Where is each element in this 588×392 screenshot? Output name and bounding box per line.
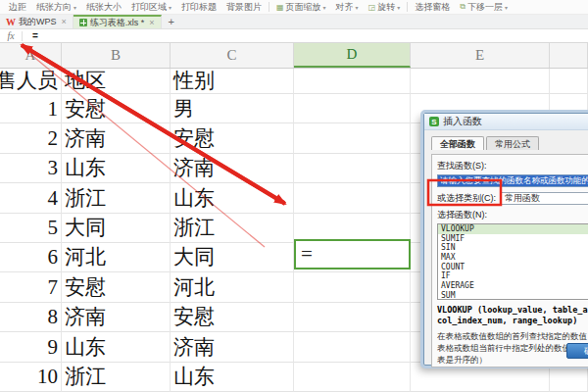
sheet-cell[interactable]: 7 — [0, 272, 62, 302]
toolbar-icon: ◲ — [368, 3, 376, 12]
tab-common-formulas[interactable]: 常用公式 — [486, 136, 539, 150]
sheet-cell[interactable]: 1 — [0, 94, 62, 123]
sheet-cell[interactable]: 地区 — [62, 69, 171, 94]
sheet-cell[interactable]: 河北 — [62, 243, 171, 272]
column-header-A[interactable]: A — [0, 43, 62, 68]
ok-button[interactable]: 确定 — [566, 343, 588, 359]
function-item-average[interactable]: AVERAGE — [438, 281, 588, 291]
fx-icon[interactable]: fx — [0, 30, 22, 41]
tab-my-wps[interactable]: W 我的WPS × — [0, 15, 74, 28]
sheet-cell[interactable]: 山东 — [171, 363, 294, 392]
tab-all-functions[interactable]: 全部函数 — [431, 136, 484, 150]
sheet-cell[interactable]: 销售人员 — [0, 69, 62, 94]
toolbar-item-label: 边距 — [9, 1, 26, 14]
toolbar-item[interactable]: 打印区域▾ — [126, 0, 176, 15]
sheet-cell[interactable] — [294, 94, 411, 123]
sheet-cell[interactable]: 大同 — [171, 243, 294, 272]
select-function-label: 选择函数(N): — [437, 209, 588, 221]
column-header-D[interactable]: D — [294, 43, 411, 68]
sheet-cell[interactable]: 4 — [0, 183, 62, 213]
sheet-cell[interactable]: 2 — [0, 123, 62, 153]
toolbar-item[interactable]: 纸张大小 — [81, 0, 126, 15]
close-icon[interactable]: × — [62, 17, 67, 26]
sheet-cell[interactable]: 安慰 — [62, 272, 171, 302]
sheet-cell[interactable] — [411, 69, 550, 94]
sheet-cell[interactable]: 浙江 — [62, 183, 171, 213]
function-item-vlookup[interactable]: VLOOKUP — [438, 224, 588, 234]
sheet-cell[interactable]: 山东 — [62, 332, 171, 362]
sheet-cell[interactable]: 济南 — [62, 303, 171, 332]
dialog-titlebar[interactable]: S 插入函数 — [424, 114, 588, 130]
toolbar-item-label: 旋转 — [377, 1, 395, 14]
active-cell-value: = — [301, 242, 313, 267]
sheet-cell[interactable]: 3 — [0, 154, 62, 183]
sheet-cell[interactable] — [294, 69, 411, 94]
sheet-cell[interactable]: 山东 — [62, 154, 171, 183]
toolbar-item[interactable]: 对齐▾ — [331, 0, 364, 15]
column-headers: ABCDE — [0, 43, 588, 69]
sheet-cell[interactable]: 安慰 — [171, 303, 294, 332]
column-header-B[interactable]: B — [62, 43, 171, 68]
sheet-cell[interactable]: 性别 — [171, 69, 294, 94]
category-dropdown[interactable]: 常用函数 ▼ — [501, 192, 588, 205]
close-icon[interactable]: × — [149, 18, 154, 27]
sheet-cell[interactable]: 男 — [171, 94, 294, 123]
dialog-panel: 查找函数(S): 请输入您要查找的函数名称或函数功能的简要描述... 或选择类别… — [431, 154, 588, 368]
toolbar-item[interactable]: 纸张方向▾ — [31, 0, 81, 15]
function-item-if[interactable]: IF — [438, 271, 588, 281]
sheet-cell[interactable]: 安慰 — [171, 123, 294, 153]
active-cell-d5[interactable]: = — [294, 239, 411, 270]
sheet-cell[interactable] — [294, 363, 411, 392]
toolbar-item[interactable]: ▦页面缩放▾ — [271, 0, 331, 15]
sheet-cell[interactable]: 大同 — [62, 214, 171, 243]
sheet-cell[interactable] — [294, 272, 411, 302]
new-tab-button[interactable]: + — [162, 15, 181, 28]
toolbar-item-label: 下移一层 — [467, 1, 503, 14]
sheet-cell[interactable]: 山东 — [171, 183, 294, 213]
sheet-cell[interactable]: 浙江 — [171, 214, 294, 243]
toolbar-icon: ⧉ — [460, 2, 466, 12]
sheet-cell[interactable] — [294, 183, 411, 213]
tab-document[interactable]: 练习表格.xls * × — [74, 15, 162, 28]
toolbar-item[interactable]: ◲旋转▾ — [364, 0, 406, 15]
sheet-cell[interactable]: 济南 — [171, 332, 294, 362]
function-list: VLOOKUPSUMIFSINMAXCOUNTIFAVERAGESUM — [437, 223, 588, 300]
sheet-cell[interactable]: 济南 — [62, 123, 171, 153]
toolbar-item[interactable]: 选择窗格 — [410, 0, 455, 15]
tab-document-label: 练习表格.xls * — [90, 17, 145, 29]
function-item-sum[interactable]: SUM — [438, 291, 588, 300]
function-item-sin[interactable]: SIN — [438, 243, 588, 253]
function-item-sumif[interactable]: SUMIF — [438, 234, 588, 244]
dialog-tabs: 全部函数 常用公式 — [431, 136, 588, 150]
function-item-max[interactable]: MAX — [438, 253, 588, 263]
toolbar-item[interactable]: 边距 — [4, 0, 31, 15]
sheet-cell[interactable]: 10 — [0, 363, 62, 392]
sheet-cell[interactable] — [294, 303, 411, 332]
sheet-cell[interactable] — [294, 154, 411, 183]
function-description: 在表格或数值数组的首列查找指定的数值，并由此返回表格或数组当前行中指定列处的数值… — [437, 331, 588, 367]
sheet-cell[interactable]: 8 — [0, 303, 62, 332]
column-header-f[interactable] — [550, 43, 588, 68]
toolbar-item[interactable]: 打印标题 — [176, 0, 221, 15]
search-function-input[interactable]: 请输入您要查找的函数名称或函数功能的简要描述... — [437, 174, 588, 187]
column-header-E[interactable]: E — [411, 43, 550, 68]
sheet-cell[interactable] — [294, 332, 411, 362]
sheet-cell[interactable]: 济南 — [171, 154, 294, 183]
dialog-body: 全部函数 常用公式 查找函数(S): 请输入您要查找的函数名称或函数功能的简要描… — [424, 130, 588, 367]
toolbar-item[interactable]: ⧉下移一层▾ — [455, 0, 513, 15]
sheet-cell[interactable]: 9 — [0, 332, 62, 362]
sheet-cell[interactable] — [294, 123, 411, 153]
chevron-down-icon: ▾ — [74, 4, 76, 11]
column-header-C[interactable]: C — [171, 43, 294, 68]
sheet-cell[interactable] — [550, 69, 588, 94]
sheet-cell[interactable]: 浙江 — [62, 363, 171, 392]
toolbar-item[interactable]: 背景图片 — [221, 0, 267, 15]
sheet-cell[interactable]: 6 — [0, 243, 62, 272]
sheet-cell[interactable]: 河北 — [171, 272, 294, 302]
search-function-label: 查找函数(S): — [437, 160, 588, 172]
sheet-row: 销售人员地区性别 — [0, 69, 588, 94]
formula-input[interactable]: = — [32, 30, 38, 41]
function-item-count[interactable]: COUNT — [438, 263, 588, 272]
sheet-cell[interactable]: 5 — [0, 214, 62, 243]
sheet-cell[interactable]: 安慰 — [62, 94, 171, 123]
